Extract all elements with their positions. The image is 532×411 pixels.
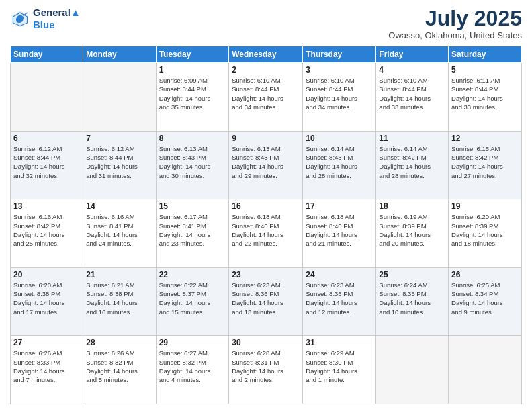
- month-title: July 2025: [388, 7, 522, 30]
- day-number: 14: [86, 201, 152, 211]
- day-detail: Sunrise: 6:27 AM Sunset: 8:32 PM Dayligh…: [159, 349, 226, 384]
- calendar-cell: 22Sunrise: 6:22 AM Sunset: 8:37 PM Dayli…: [156, 267, 229, 336]
- day-detail: Sunrise: 6:24 AM Sunset: 8:35 PM Dayligh…: [379, 281, 445, 316]
- weekday-header-monday: Monday: [83, 46, 156, 63]
- day-detail: Sunrise: 6:23 AM Sunset: 8:36 PM Dayligh…: [232, 281, 300, 316]
- calendar: SundayMondayTuesdayWednesdayThursdayFrid…: [10, 46, 522, 404]
- calendar-cell: 16Sunrise: 6:18 AM Sunset: 8:40 PM Dayli…: [229, 199, 303, 268]
- weekday-header-thursday: Thursday: [303, 46, 376, 63]
- calendar-cell: 30Sunrise: 6:28 AM Sunset: 8:31 PM Dayli…: [229, 336, 303, 404]
- day-detail: Sunrise: 6:18 AM Sunset: 8:40 PM Dayligh…: [232, 212, 300, 248]
- day-number: 3: [306, 65, 373, 75]
- weekday-header-wednesday: Wednesday: [229, 46, 303, 63]
- weekday-header-friday: Friday: [376, 46, 449, 63]
- day-number: 4: [379, 65, 445, 75]
- day-detail: Sunrise: 6:12 AM Sunset: 8:44 PM Dayligh…: [86, 144, 152, 180]
- calendar-cell: 13Sunrise: 6:16 AM Sunset: 8:42 PM Dayli…: [11, 199, 83, 268]
- week-row-4: 20Sunrise: 6:20 AM Sunset: 8:38 PM Dayli…: [11, 267, 522, 336]
- calendar-cell: 9Sunrise: 6:13 AM Sunset: 8:43 PM Daylig…: [229, 131, 303, 199]
- day-detail: Sunrise: 6:10 AM Sunset: 8:44 PM Dayligh…: [379, 76, 445, 111]
- day-detail: Sunrise: 6:15 AM Sunset: 8:42 PM Dayligh…: [451, 144, 519, 180]
- day-detail: Sunrise: 6:19 AM Sunset: 8:39 PM Dayligh…: [379, 212, 445, 248]
- day-detail: Sunrise: 6:10 AM Sunset: 8:44 PM Dayligh…: [306, 76, 373, 111]
- day-number: 1: [159, 65, 226, 75]
- calendar-cell: 17Sunrise: 6:18 AM Sunset: 8:40 PM Dayli…: [303, 199, 376, 268]
- calendar-cell: 21Sunrise: 6:21 AM Sunset: 8:38 PM Dayli…: [83, 267, 156, 336]
- page: General▲ Blue July 2025 Owasso, Oklahoma…: [0, 0, 532, 411]
- day-number: 16: [232, 201, 300, 211]
- day-number: 9: [232, 134, 300, 143]
- calendar-cell: 5Sunrise: 6:11 AM Sunset: 8:44 PM Daylig…: [449, 63, 522, 132]
- calendar-cell: 15Sunrise: 6:17 AM Sunset: 8:41 PM Dayli…: [156, 199, 229, 268]
- calendar-cell: 7Sunrise: 6:12 AM Sunset: 8:44 PM Daylig…: [83, 131, 156, 199]
- day-detail: Sunrise: 6:20 AM Sunset: 8:38 PM Dayligh…: [13, 281, 80, 316]
- day-number: 26: [451, 270, 519, 279]
- week-row-5: 27Sunrise: 6:26 AM Sunset: 8:33 PM Dayli…: [11, 336, 522, 404]
- week-row-3: 13Sunrise: 6:16 AM Sunset: 8:42 PM Dayli…: [11, 199, 522, 268]
- day-number: 5: [451, 65, 519, 75]
- week-row-2: 6Sunrise: 6:12 AM Sunset: 8:44 PM Daylig…: [11, 131, 522, 199]
- weekday-header-sunday: Sunday: [11, 46, 83, 63]
- title-block: July 2025 Owasso, Oklahoma, United State…: [388, 7, 522, 40]
- day-detail: Sunrise: 6:16 AM Sunset: 8:42 PM Dayligh…: [13, 212, 80, 248]
- day-number: 13: [13, 201, 80, 211]
- day-detail: Sunrise: 6:26 AM Sunset: 8:32 PM Dayligh…: [86, 349, 152, 384]
- weekday-header-saturday: Saturday: [449, 46, 522, 63]
- day-detail: Sunrise: 6:14 AM Sunset: 8:42 PM Dayligh…: [379, 144, 445, 180]
- calendar-cell: 11Sunrise: 6:14 AM Sunset: 8:42 PM Dayli…: [376, 131, 449, 199]
- calendar-cell: 8Sunrise: 6:13 AM Sunset: 8:43 PM Daylig…: [156, 131, 229, 199]
- calendar-cell: 2Sunrise: 6:10 AM Sunset: 8:44 PM Daylig…: [229, 63, 303, 132]
- calendar-cell: 24Sunrise: 6:23 AM Sunset: 8:35 PM Dayli…: [303, 267, 376, 336]
- day-number: 10: [306, 134, 373, 143]
- calendar-cell: 26Sunrise: 6:25 AM Sunset: 8:34 PM Dayli…: [449, 267, 522, 336]
- day-number: 22: [159, 270, 226, 279]
- calendar-cell: 31Sunrise: 6:29 AM Sunset: 8:30 PM Dayli…: [303, 336, 376, 404]
- day-number: 11: [379, 134, 445, 143]
- calendar-cell: 23Sunrise: 6:23 AM Sunset: 8:36 PM Dayli…: [229, 267, 303, 336]
- calendar-cell: 27Sunrise: 6:26 AM Sunset: 8:33 PM Dayli…: [11, 336, 83, 404]
- calendar-cell: 6Sunrise: 6:12 AM Sunset: 8:44 PM Daylig…: [11, 131, 83, 199]
- day-detail: Sunrise: 6:11 AM Sunset: 8:44 PM Dayligh…: [451, 76, 519, 111]
- day-detail: Sunrise: 6:13 AM Sunset: 8:43 PM Dayligh…: [232, 144, 300, 180]
- calendar-cell: 29Sunrise: 6:27 AM Sunset: 8:32 PM Dayli…: [156, 336, 229, 404]
- day-detail: Sunrise: 6:20 AM Sunset: 8:39 PM Dayligh…: [451, 212, 519, 248]
- calendar-cell: 3Sunrise: 6:10 AM Sunset: 8:44 PM Daylig…: [303, 63, 376, 132]
- day-number: 29: [159, 338, 226, 347]
- weekday-header-row: SundayMondayTuesdayWednesdayThursdayFrid…: [11, 46, 522, 63]
- calendar-cell: 10Sunrise: 6:14 AM Sunset: 8:43 PM Dayli…: [303, 131, 376, 199]
- day-detail: Sunrise: 6:10 AM Sunset: 8:44 PM Dayligh…: [232, 76, 300, 111]
- location: Owasso, Oklahoma, United States: [388, 30, 522, 40]
- calendar-cell: 1Sunrise: 6:09 AM Sunset: 8:44 PM Daylig…: [156, 63, 229, 132]
- day-detail: Sunrise: 6:09 AM Sunset: 8:44 PM Dayligh…: [159, 76, 226, 111]
- day-detail: Sunrise: 6:16 AM Sunset: 8:41 PM Dayligh…: [86, 212, 152, 248]
- calendar-cell: 12Sunrise: 6:15 AM Sunset: 8:42 PM Dayli…: [449, 131, 522, 199]
- calendar-cell: 25Sunrise: 6:24 AM Sunset: 8:35 PM Dayli…: [376, 267, 449, 336]
- day-number: 28: [86, 338, 152, 347]
- weekday-header-tuesday: Tuesday: [156, 46, 229, 63]
- calendar-cell: [449, 336, 522, 404]
- day-number: 8: [159, 134, 226, 143]
- day-number: 18: [379, 201, 445, 211]
- calendar-cell: [83, 63, 156, 132]
- day-detail: Sunrise: 6:22 AM Sunset: 8:37 PM Dayligh…: [159, 281, 226, 316]
- day-number: 27: [13, 338, 80, 347]
- header: General▲ Blue July 2025 Owasso, Oklahoma…: [10, 7, 522, 40]
- day-detail: Sunrise: 6:13 AM Sunset: 8:43 PM Dayligh…: [159, 144, 226, 180]
- logo-text: General▲ Blue: [33, 7, 81, 31]
- calendar-cell: 4Sunrise: 6:10 AM Sunset: 8:44 PM Daylig…: [376, 63, 449, 132]
- day-detail: Sunrise: 6:14 AM Sunset: 8:43 PM Dayligh…: [306, 144, 373, 180]
- day-number: 30: [232, 338, 300, 347]
- day-detail: Sunrise: 6:17 AM Sunset: 8:41 PM Dayligh…: [159, 212, 226, 248]
- day-number: 15: [159, 201, 226, 211]
- day-number: 20: [13, 270, 80, 279]
- day-detail: Sunrise: 6:21 AM Sunset: 8:38 PM Dayligh…: [86, 281, 152, 316]
- calendar-cell: 19Sunrise: 6:20 AM Sunset: 8:39 PM Dayli…: [449, 199, 522, 268]
- day-detail: Sunrise: 6:25 AM Sunset: 8:34 PM Dayligh…: [451, 281, 519, 316]
- calendar-cell: [376, 336, 449, 404]
- logo-icon: [10, 9, 30, 29]
- day-number: 24: [306, 270, 373, 279]
- day-number: 31: [306, 338, 373, 347]
- logo: General▲ Blue: [10, 7, 81, 31]
- week-row-1: 1Sunrise: 6:09 AM Sunset: 8:44 PM Daylig…: [11, 63, 522, 132]
- day-detail: Sunrise: 6:26 AM Sunset: 8:33 PM Dayligh…: [13, 349, 80, 384]
